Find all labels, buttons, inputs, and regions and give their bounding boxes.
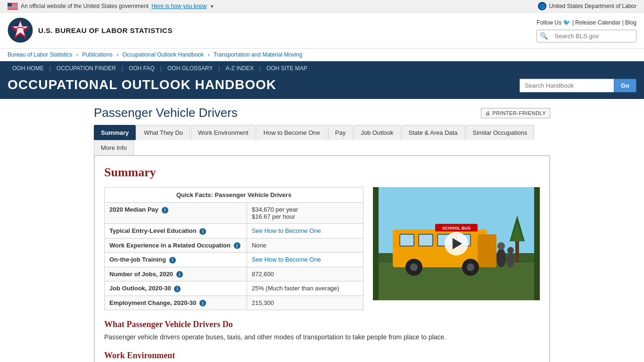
agency-name: U.S. BUREAU OF LABOR STATISTICS [38, 26, 173, 34]
az-index-link[interactable]: A-Z INDEX [221, 61, 258, 75]
logo-area: U.S. BUREAU OF LABOR STATISTICS [8, 17, 173, 43]
tab-work-environment[interactable]: Work Environment [191, 125, 256, 140]
tab-how-to-become[interactable]: How to Become One [256, 125, 327, 140]
otj-info-icon[interactable]: i [169, 257, 176, 263]
svg-rect-11 [8, 8, 18, 9]
svg-rect-12 [8, 9, 18, 9]
header-search-input[interactable] [551, 30, 636, 42]
otj-training-label: On-the-job Training i [105, 253, 247, 267]
breadcrumb-bls[interactable]: Bureau of Labor Statistics [8, 51, 72, 58]
nav-sep-1: | [50, 65, 51, 72]
dept-label: United States Department of Labor [549, 3, 636, 9]
summary-heading: Summary [104, 165, 540, 180]
ooh-sitemap-link[interactable]: OOH SITE MAP [262, 61, 312, 75]
blog-link[interactable]: Blog [625, 19, 636, 26]
education-value: See How to Become One [247, 224, 363, 239]
education-label: Typical Entry-Level Education i [105, 224, 247, 239]
printer-friendly-button[interactable]: 🖨 PRINTER-FRIENDLY [481, 108, 550, 118]
svg-rect-10 [8, 8, 18, 8]
work-exp-label: Work Experience in a Related Occupation … [105, 238, 247, 253]
video-thumbnail[interactable]: SCHOOL BUS [373, 187, 540, 300]
breadcrumb-publications[interactable]: Publications [82, 51, 113, 58]
svg-rect-21 [478, 234, 496, 267]
nav-sep-5: | [259, 65, 261, 72]
education-link[interactable]: See How to Become One [252, 227, 321, 234]
job-outlook-info-icon[interactable]: i [174, 286, 181, 292]
content-panel: Summary Quick Facts: Passenger Vehicle D… [94, 156, 550, 362]
nav-sep-4: | [218, 65, 220, 72]
table-row: On-the-job Training i See How to Become … [105, 253, 363, 267]
ooh-home-link[interactable]: OOH HOME [8, 61, 49, 75]
job-outlook-value: 25% (Much faster than average) [247, 281, 363, 296]
education-info-icon[interactable]: i [199, 228, 206, 235]
table-row: Number of Jobs, 2020 i 872,600 [105, 267, 363, 281]
svg-rect-23 [419, 234, 433, 246]
otj-link[interactable]: See How to Become One [252, 256, 321, 263]
svg-point-33 [497, 242, 505, 250]
twitter-icon: 🐦 [563, 19, 570, 26]
section-work-environment: Work Environment Most passenger vehicle … [104, 351, 540, 362]
summary-top: Quick Facts: Passenger Vehicle Drivers 2… [104, 187, 540, 310]
work-environment-heading[interactable]: Work Environment [104, 351, 540, 361]
main-content: Passenger Vehicle Drivers 🖨 PRINTER-FRIE… [86, 99, 558, 362]
svg-point-35 [507, 247, 514, 254]
printer-friendly-label: PRINTER-FRIENDLY [492, 110, 546, 116]
svg-rect-19 [379, 263, 534, 300]
handbook-search-input[interactable] [520, 79, 614, 92]
breadcrumb-ooh[interactable]: Occupational Outlook Handbook [123, 51, 204, 58]
gov-banner-right: 🌐 United States Department of Labor [538, 2, 636, 10]
svg-point-32 [496, 248, 506, 267]
search-icon: 🔍 [537, 30, 551, 42]
svg-rect-9 [8, 8, 18, 8]
tab-job-outlook[interactable]: Job Outlook [354, 125, 400, 140]
breadcrumb-transport[interactable]: Transportation and Material Moving [214, 51, 302, 58]
gov-banner: An official website of the United States… [0, 0, 644, 13]
median-pay-label: 2020 Median Pay i [105, 203, 247, 224]
table-row: Employment Change, 2020-30 i 215,300 [105, 296, 363, 310]
quick-facts-table: Quick Facts: Passenger Vehicle Drivers 2… [104, 187, 363, 310]
table-row: Job Outlook, 2020-30 i 25% (Much faster … [105, 281, 363, 296]
occupation-finder-link[interactable]: OCCUPATION FINDER [52, 61, 121, 75]
how-to-know-link[interactable]: Here is how you know [151, 3, 206, 9]
num-jobs-label: Number of Jobs, 2020 i [105, 267, 247, 281]
video-area: SCHOOL BUS [373, 187, 540, 310]
site-header: U.S. BUREAU OF LABOR STATISTICS Follow U… [0, 13, 644, 49]
tab-more-info[interactable]: More Info [94, 140, 134, 155]
breadcrumb-sep-2: › [116, 51, 118, 58]
ooh-faq-link[interactable]: OOH FAQ [124, 61, 159, 75]
svg-point-34 [507, 253, 514, 268]
nav-sep-3: | [160, 65, 162, 72]
emp-change-label: Employment Change, 2020-30 i [105, 296, 247, 310]
breadcrumb-sep-3: › [208, 51, 210, 58]
follow-us-label: Follow Us [537, 19, 561, 26]
breadcrumb-sep-1: › [76, 51, 78, 58]
emp-change-info-icon[interactable]: i [199, 300, 206, 306]
quick-facts-area: Quick Facts: Passenger Vehicle Drivers 2… [104, 187, 363, 310]
ooh-nav-links: OOH HOME | OCCUPATION FINDER | OOH FAQ |… [8, 61, 636, 75]
tab-summary[interactable]: Summary [94, 125, 136, 140]
globe-icon: 🌐 [538, 2, 546, 10]
num-jobs-info-icon[interactable]: i [176, 271, 183, 278]
ooh-title-bar: OCCUPATIONAL OUTLOOK HANDBOOK Go [0, 75, 644, 99]
release-calendar-link[interactable]: Release Calendar [575, 19, 620, 26]
what-they-do-heading[interactable]: What Passenger Vehicle Drivers Do [104, 320, 540, 329]
header-right: Follow Us 🐦 | Release Calendar | Blog 🔍 [537, 19, 636, 42]
handbook-search-button[interactable]: Go [614, 79, 636, 92]
tab-similar[interactable]: Similar Occupations [466, 125, 535, 140]
svg-text:SCHOOL BUS: SCHOOL BUS [442, 226, 471, 230]
tab-what-they-do[interactable]: What They Do [137, 125, 190, 140]
chevron-down-icon: ▼ [210, 4, 215, 9]
gov-banner-left: An official website of the United States… [8, 3, 215, 10]
header-search-bar: 🔍 [537, 30, 636, 42]
tab-pay[interactable]: Pay [328, 125, 353, 140]
median-pay-info-icon[interactable]: i [162, 207, 168, 214]
tab-state-area[interactable]: State & Area Data [402, 125, 465, 140]
section-what-they-do: What Passenger Vehicle Drivers Do Passen… [104, 320, 540, 342]
table-row: Typical Entry-Level Education i See How … [105, 224, 363, 239]
official-text: An official website of the United States… [21, 3, 149, 9]
work-exp-info-icon[interactable]: i [234, 242, 240, 249]
work-exp-value: None [247, 238, 363, 253]
video-play-button[interactable] [445, 232, 468, 255]
bls-logo-icon [8, 17, 33, 43]
ooh-glossary-link[interactable]: OOH GLOSSARY [163, 61, 217, 75]
